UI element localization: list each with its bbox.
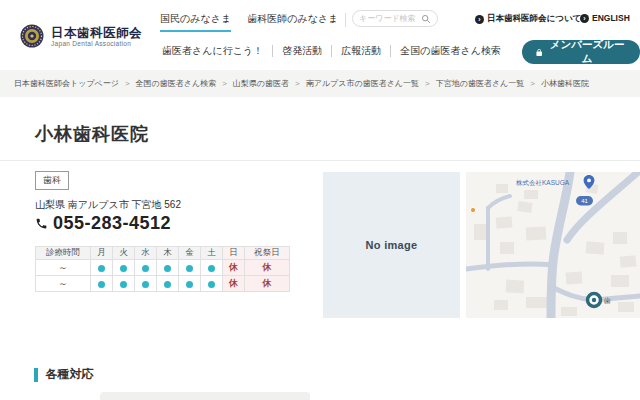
schedule-row: ～休休 bbox=[36, 276, 290, 292]
open-day-cell bbox=[201, 260, 223, 276]
clinic-photo-placeholder: No image bbox=[323, 172, 460, 318]
circle-arrow-icon: › bbox=[475, 15, 484, 24]
nav-main: 歯医者さんに行こう！ 啓発活動 広報活動 全国の歯医者さん検索 bbox=[162, 44, 501, 58]
breadcrumb-city[interactable]: 南アルプス市の歯医者さん一覧 bbox=[306, 78, 419, 89]
open-day-cell bbox=[157, 260, 179, 276]
open-dot-icon bbox=[98, 265, 105, 272]
breadcrumb-prefecture[interactable]: 山梨県の歯医者 bbox=[233, 78, 289, 89]
nav-item-citizens[interactable]: 国民のみなさま bbox=[160, 12, 231, 32]
section-accent-bar bbox=[34, 368, 38, 382]
map-canvas: 株式会社KASUGA 41 歯 bbox=[466, 172, 640, 318]
page: 日本歯科医師会 Japan Dental Association 国民のみなさま… bbox=[0, 0, 640, 400]
open-day-cell bbox=[113, 276, 135, 292]
nav-item-go-to-dentist[interactable]: 歯医者さんに行こう！ bbox=[162, 44, 263, 58]
logo-subtitle: Japan Dental Association bbox=[51, 40, 142, 47]
schedule-header-holiday: 祝祭日 bbox=[245, 247, 290, 260]
jda-emblem-icon bbox=[20, 24, 44, 48]
open-dot-icon bbox=[142, 265, 149, 272]
open-day-cell bbox=[179, 276, 201, 292]
breadcrumb-separator: > bbox=[425, 79, 430, 88]
about-link[interactable]: › 日本歯科医師会について bbox=[475, 13, 581, 25]
open-dot-icon bbox=[186, 265, 193, 272]
schedule-header: 水 bbox=[135, 247, 157, 260]
time-cell: ～ bbox=[36, 276, 91, 292]
open-dot-icon bbox=[98, 281, 105, 288]
nav-item-dentists[interactable]: 歯科医師のみなさま bbox=[247, 12, 338, 32]
services-section-heading: 各種対応 bbox=[34, 366, 94, 383]
clinic-marker-icon[interactable] bbox=[588, 294, 601, 307]
schedule-header: 火 bbox=[113, 247, 135, 260]
open-day-cell bbox=[179, 260, 201, 276]
phone-number: 055-283-4512 bbox=[53, 213, 171, 234]
breadcrumb-separator: > bbox=[125, 79, 130, 88]
nav-item-pr[interactable]: 広報活動 bbox=[341, 44, 381, 58]
schedule-header: 土 bbox=[201, 247, 223, 260]
open-day-cell bbox=[157, 276, 179, 292]
members-room-label: メンバーズルーム bbox=[547, 38, 627, 66]
nav-divider bbox=[345, 13, 346, 27]
route-badge: 41 bbox=[576, 196, 593, 206]
services-item-partial bbox=[100, 392, 310, 400]
open-dot-icon bbox=[142, 281, 149, 288]
schedule-header: 金 bbox=[179, 247, 201, 260]
breadcrumb-home[interactable]: 日本歯科医師会トップページ bbox=[14, 78, 119, 89]
schedule-row: ～休休 bbox=[36, 260, 290, 276]
circle-arrow-icon: › bbox=[580, 14, 589, 23]
phone-icon bbox=[35, 217, 48, 230]
logo[interactable]: 日本歯科医師会 Japan Dental Association bbox=[20, 24, 142, 48]
search-icon[interactable] bbox=[421, 14, 431, 24]
breadcrumb-current: 小林歯科医院 bbox=[541, 78, 589, 89]
open-dot-icon bbox=[120, 265, 127, 272]
phone-link[interactable]: 055-283-4512 bbox=[35, 213, 171, 234]
english-link-label: ENGLISH bbox=[592, 13, 630, 23]
time-cell: ～ bbox=[36, 260, 91, 276]
no-image-label: No image bbox=[366, 239, 418, 251]
about-link-label: 日本歯科医師会について bbox=[487, 13, 581, 25]
closed-day-cell: 休 bbox=[245, 260, 290, 276]
breadcrumb-district[interactable]: 下宮地の歯医者さん一覧 bbox=[436, 78, 525, 89]
open-dot-icon bbox=[208, 265, 215, 272]
open-day-cell bbox=[201, 276, 223, 292]
route-badge-label: 41 bbox=[581, 198, 588, 204]
map-poi-label: 株式会社KASUGA bbox=[515, 179, 570, 186]
closed-day-cell: 休 bbox=[223, 276, 245, 292]
schedule-header: 木 bbox=[157, 247, 179, 260]
nav-separator bbox=[390, 45, 391, 57]
lock-icon bbox=[535, 48, 543, 57]
schedule-header-row: 診療時間 月 火 水 木 金 土 日 祝祭日 bbox=[36, 247, 290, 260]
breadcrumb: 日本歯科医師会トップページ > 全国の歯医者さん検索 > 山梨県の歯医者 > 南… bbox=[0, 70, 640, 97]
map-minor-marker-icon bbox=[470, 207, 475, 212]
logo-title: 日本歯科医師会 bbox=[51, 26, 142, 40]
open-dot-icon bbox=[208, 281, 215, 288]
schedule-header-sunday: 日 bbox=[223, 247, 245, 260]
breadcrumb-separator: > bbox=[222, 79, 227, 88]
closed-day-cell: 休 bbox=[223, 260, 245, 276]
nav-item-dentist-search[interactable]: 全国の歯医者さん検索 bbox=[400, 44, 501, 58]
breadcrumb-separator: > bbox=[295, 79, 300, 88]
schedule-header: 月 bbox=[91, 247, 113, 260]
nav-separator bbox=[272, 45, 273, 57]
schedule-header: 診療時間 bbox=[36, 247, 91, 260]
logo-text: 日本歯科医師会 Japan Dental Association bbox=[51, 26, 142, 47]
open-dot-icon bbox=[120, 281, 127, 288]
header: 日本歯科医師会 Japan Dental Association 国民のみなさま… bbox=[0, 0, 640, 70]
open-day-cell bbox=[91, 260, 113, 276]
open-dot-icon bbox=[186, 281, 193, 288]
breadcrumb-search[interactable]: 全国の歯医者さん検索 bbox=[136, 78, 217, 89]
open-dot-icon bbox=[164, 281, 171, 288]
services-title: 各種対応 bbox=[46, 366, 94, 383]
category-badge: 歯科 bbox=[35, 171, 69, 190]
schedule-table: 診療時間 月 火 水 木 金 土 日 祝祭日 ～休休 ～休休 bbox=[35, 246, 290, 292]
nav-top: 国民のみなさま 歯科医師のみなさま bbox=[160, 12, 338, 32]
nav-separator bbox=[331, 45, 332, 57]
search-box bbox=[352, 10, 438, 27]
title-divider bbox=[0, 160, 640, 161]
map[interactable]: 株式会社KASUGA 41 歯 bbox=[466, 172, 640, 318]
english-link[interactable]: › ENGLISH bbox=[580, 13, 630, 23]
members-room-button[interactable]: メンバーズルーム bbox=[522, 40, 640, 64]
open-day-cell bbox=[135, 260, 157, 276]
search-input[interactable] bbox=[359, 14, 421, 23]
nav-item-awareness[interactable]: 啓発活動 bbox=[282, 44, 322, 58]
page-title: 小林歯科医院 bbox=[35, 122, 149, 146]
open-day-cell bbox=[113, 260, 135, 276]
